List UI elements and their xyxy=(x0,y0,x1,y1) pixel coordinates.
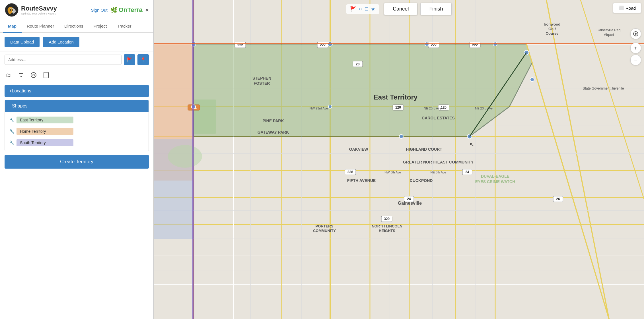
flag-tool-icon[interactable]: 🚩 xyxy=(350,6,356,12)
pin-button[interactable]: 📍 xyxy=(137,54,149,65)
logo-text: RouteSavvy Optimize Your Delivery Routes xyxy=(21,5,57,15)
svg-text:Ironwood: Ironwood xyxy=(544,22,561,26)
filter-icon[interactable] xyxy=(17,71,25,79)
svg-point-87 xyxy=(328,105,332,108)
tab-project[interactable]: Project xyxy=(89,20,112,33)
collapse-button[interactable]: « xyxy=(145,6,149,14)
svg-text:120: 120 xyxy=(395,105,401,109)
shape-item-east[interactable]: 🔧 East Territory xyxy=(5,114,149,126)
folder-icon[interactable]: 🗂 xyxy=(5,71,13,79)
svg-marker-52 xyxy=(194,44,532,136)
wrench-icon-home: 🔧 xyxy=(9,129,14,134)
svg-text:State Government Juvenile: State Government Juvenile xyxy=(583,86,624,90)
svg-text:DUCKPOND: DUCKPOND xyxy=(410,178,433,183)
flag-icon: 🚩 xyxy=(127,57,132,63)
road-type-label: Road xyxy=(626,6,636,11)
svg-rect-121 xyxy=(192,0,194,319)
svg-text:NE 23rd Ave: NE 23rd Ave xyxy=(424,107,441,110)
sign-out-link[interactable]: Sign Out xyxy=(91,8,107,13)
svg-point-13 xyxy=(46,77,46,77)
map-tool-icons: 🚩 ○ □ ★ xyxy=(346,4,380,14)
toolbar: Data Upload Add Location xyxy=(0,33,153,51)
svg-text:PORTERS: PORTERS xyxy=(316,224,334,228)
logo-icon xyxy=(5,3,19,17)
zoom-controls: + − xyxy=(630,28,641,65)
locate-button[interactable] xyxy=(630,28,641,39)
svg-text:NW 8th Ave: NW 8th Ave xyxy=(384,171,401,174)
svg-text:Airport: Airport xyxy=(604,33,614,37)
cancel-finish-group: Cancel Finish xyxy=(384,3,452,15)
home-territory-label: Home Territory xyxy=(17,128,73,135)
zoom-out-button[interactable]: − xyxy=(630,55,641,65)
svg-text:STEPHEN: STEPHEN xyxy=(252,76,271,80)
svg-text:338: 338 xyxy=(347,170,353,174)
svg-text:120: 120 xyxy=(441,105,447,109)
square-tool-icon[interactable]: □ xyxy=(365,6,368,12)
tab-tracker[interactable]: Tracker xyxy=(112,20,136,33)
svg-text:Gainesville Reg.: Gainesville Reg. xyxy=(596,28,621,32)
svg-text:24: 24 xyxy=(465,170,469,174)
shape-item-home[interactable]: 🔧 Home Territory xyxy=(5,126,149,137)
svg-point-2 xyxy=(11,9,13,11)
finish-button[interactable]: Finish xyxy=(420,3,452,15)
sidebar: RouteSavvy Optimize Your Delivery Routes… xyxy=(0,0,154,319)
svg-text:GATEWAY PARK: GATEWAY PARK xyxy=(258,130,289,134)
svg-text:26: 26 xyxy=(556,197,560,201)
south-territory-label: South Territory xyxy=(17,139,73,146)
svg-text:GREATER NORTHEAST COMMUNITY: GREATER NORTHEAST COMMUNITY xyxy=(403,160,474,164)
shape-item-south[interactable]: 🔧 South Territory xyxy=(5,137,149,148)
tab-route-planner[interactable]: Route Planner xyxy=(22,20,59,33)
circle-tool-icon[interactable]: ○ xyxy=(359,6,362,12)
svg-rect-122 xyxy=(154,43,644,44)
wrench-icon-east: 🔧 xyxy=(9,118,14,122)
star-tool-icon[interactable]: ★ xyxy=(371,6,375,12)
svg-point-88 xyxy=(399,134,403,138)
map-area: 222 222 222 222 20 441 120 120 338 24 24… xyxy=(154,0,644,319)
svg-text:COMMUNITY: COMMUNITY xyxy=(313,229,336,233)
svg-text:329: 329 xyxy=(384,217,390,221)
header: RouteSavvy Optimize Your Delivery Routes… xyxy=(0,0,153,20)
svg-text:Gainesville: Gainesville xyxy=(398,201,422,206)
address-search-input[interactable] xyxy=(5,55,122,65)
svg-text:↖: ↖ xyxy=(470,141,474,148)
svg-point-51 xyxy=(168,145,202,168)
nav-tabs: Map Route Planner Directions Project Tra… xyxy=(0,20,153,33)
svg-text:OAKVIEW: OAKVIEW xyxy=(349,147,369,152)
shapes-header[interactable]: −Shapes xyxy=(5,100,149,112)
search-row: 🚩 📍 xyxy=(0,51,153,68)
svg-text:CAROL ESTATES: CAROL ESTATES xyxy=(422,116,455,120)
zoom-in-button[interactable]: + xyxy=(630,43,641,53)
onterra-logo: 🌿 OnTerra xyxy=(110,6,143,14)
locations-section-button[interactable]: +Locations xyxy=(5,85,149,97)
flag-button[interactable]: 🚩 xyxy=(124,54,135,65)
create-territory-button[interactable]: Create Territory xyxy=(5,155,149,169)
data-upload-button[interactable]: Data Upload xyxy=(5,37,40,47)
svg-text:EYES CRIME WATCH: EYES CRIME WATCH xyxy=(475,179,515,184)
svg-text:20: 20 xyxy=(356,62,360,66)
target-icon[interactable] xyxy=(30,71,38,79)
svg-text:NW 23rd Ave: NW 23rd Ave xyxy=(310,107,328,110)
svg-text:FOSTER: FOSTER xyxy=(254,81,270,86)
svg-text:HIGHLAND COURT: HIGHLAND COURT xyxy=(406,147,442,152)
app-subtitle: Optimize Your Delivery Routes xyxy=(21,12,57,15)
svg-point-124 xyxy=(635,33,637,35)
tab-map[interactable]: Map xyxy=(3,20,22,33)
svg-text:24: 24 xyxy=(407,197,411,201)
cancel-button[interactable]: Cancel xyxy=(384,3,417,15)
shapes-section: −Shapes 🔧 East Territory 🔧 Home Territor… xyxy=(5,100,149,151)
svg-text:East Territory: East Territory xyxy=(374,93,418,101)
tab-directions[interactable]: Directions xyxy=(59,20,89,33)
tablet-icon[interactable] xyxy=(42,71,50,79)
svg-text:Golf: Golf xyxy=(548,27,556,31)
onterra-label: OnTerra xyxy=(119,6,143,14)
svg-text:DUVAL-EAGLE: DUVAL-EAGLE xyxy=(481,174,509,179)
road-type-icon: ⬜ xyxy=(618,5,624,11)
add-location-button[interactable]: Add Location xyxy=(43,37,79,47)
svg-text:FIFTH AVENUE: FIFTH AVENUE xyxy=(347,178,376,183)
logo-area: RouteSavvy Optimize Your Delivery Routes xyxy=(5,3,57,17)
map-top-bar: 🚩 ○ □ ★ Cancel Finish xyxy=(154,0,644,18)
east-territory-label: East Territory xyxy=(17,117,73,123)
pin-icon: 📍 xyxy=(140,57,146,63)
shapes-list: 🔧 East Territory 🔧 Home Territory 🔧 Sout… xyxy=(5,112,149,151)
road-type-button[interactable]: ⬜ Road xyxy=(613,3,641,13)
